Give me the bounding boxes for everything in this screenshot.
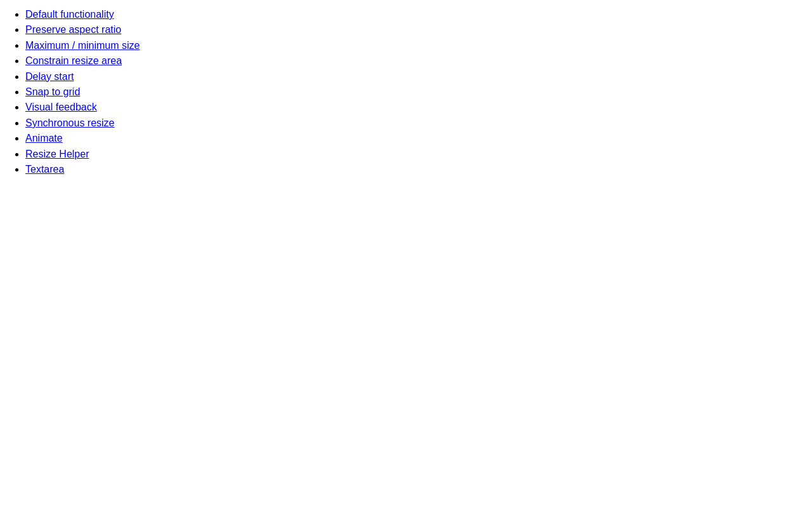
nav-link-default-functionality[interactable]: Default functionality (25, 9, 114, 20)
list-item: Snap to grid (25, 85, 802, 99)
list-item: Constrain resize area (25, 54, 802, 68)
nav-link-visual-feedback[interactable]: Visual feedback (25, 102, 97, 112)
list-item: Preserve aspect ratio (25, 23, 802, 37)
list-item: Resize Helper (25, 147, 802, 161)
nav-link-constrain-resize-area[interactable]: Constrain resize area (25, 55, 122, 66)
nav-link-animate[interactable]: Animate (25, 133, 63, 144)
list-item: Maximum / minimum size (25, 39, 802, 53)
nav-link-maximum-minimum-size[interactable]: Maximum / minimum size (25, 40, 140, 51)
list-item: Textarea (25, 163, 802, 177)
nav-list: Default functionality Preserve aspect ra… (10, 8, 802, 177)
nav-link-textarea[interactable]: Textarea (25, 164, 64, 175)
list-item: Visual feedback (25, 100, 802, 114)
nav-link-preserve-aspect-ratio[interactable]: Preserve aspect ratio (25, 24, 121, 35)
nav-link-resize-helper[interactable]: Resize Helper (25, 149, 89, 159)
list-item: Default functionality (25, 8, 802, 22)
nav-link-snap-to-grid[interactable]: Snap to grid (25, 86, 80, 97)
list-item: Delay start (25, 70, 802, 84)
list-item: Synchronous resize (25, 116, 802, 130)
nav-link-delay-start[interactable]: Delay start (25, 71, 74, 82)
nav-link-synchronous-resize[interactable]: Synchronous resize (25, 117, 115, 128)
list-item: Animate (25, 131, 802, 145)
